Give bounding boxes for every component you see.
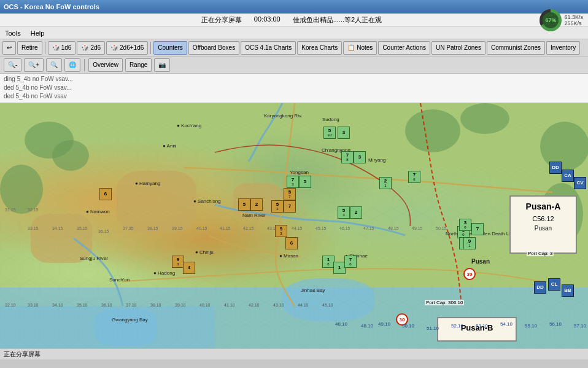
coord-6: 36.15: [98, 229, 109, 233]
bot-coord-13: 44.10: [298, 303, 309, 307]
upload-progress: 67%: [540, 9, 562, 31]
bot-coord-5: 36.10: [101, 303, 112, 307]
bot-coord-11: 42.10: [249, 303, 260, 307]
un-pusan1[interactable]: 30: [459, 219, 471, 231]
navy-3[interactable]: BB: [562, 284, 574, 297]
jinhae-bay: [282, 278, 374, 321]
terrain-w: [0, 165, 43, 214]
2d6plus1d6-button[interactable]: 🎲 2d6+1d6: [106, 41, 148, 55]
zoom-fit-button[interactable]: 🔍: [46, 58, 62, 72]
pusan-a-subtitle: C56.12: [516, 215, 571, 222]
toolbar: ↩ Retire 🎲 1d6 🎲 2d6 🎲 2d6+1d6 Counters …: [0, 39, 588, 57]
un-pusan3[interactable]: 91: [463, 237, 476, 249]
communist-zones-button[interactable]: Communist Zones: [487, 41, 545, 55]
2d6-button[interactable]: 🎲 2d6: [77, 41, 105, 55]
port-cap-2: Port Cap: 306.10: [425, 300, 464, 305]
map-area[interactable]: ● Koch'ang ● Anni ● Hamyang ● Namwon ● S…: [0, 103, 588, 348]
korea-charts-label: Korea Charts: [301, 44, 338, 51]
navy-e2[interactable]: CA: [562, 170, 574, 182]
un-masan2[interactable]: 1: [333, 262, 346, 274]
communist-zones-label: Communist Zones: [491, 44, 541, 51]
navy-1[interactable]: DD: [534, 281, 546, 294]
un-c-front1[interactable]: 53: [338, 206, 350, 219]
un-pusan2[interactable]: 7: [471, 223, 484, 235]
retire-button[interactable]: Retire: [17, 41, 42, 55]
overview-button[interactable]: Overview: [88, 58, 123, 72]
pusan-a-box: Pusan-A C56.12 Pusan: [509, 195, 577, 254]
range-button[interactable]: Range: [125, 58, 152, 72]
counters-button[interactable]: Counters: [153, 41, 187, 55]
coord-8: 38.15: [147, 226, 158, 230]
un-patrol-button[interactable]: UN Patrol Zones: [431, 41, 485, 55]
coord-11: 41.15: [220, 226, 231, 230]
nk-chinju2[interactable]: 4: [183, 262, 195, 274]
bot-coord-3: 34.10: [52, 303, 63, 307]
coord-2: 32.15: [28, 208, 39, 212]
menu-help[interactable]: Help: [28, 29, 47, 37]
bot-coord-7: 38.10: [150, 303, 161, 307]
bot-coord-12: 43.10: [273, 303, 284, 307]
coord-7: 37.35: [123, 226, 134, 230]
counter-actions-label: Counter Actions: [382, 44, 426, 51]
coord-14: 44.15: [292, 226, 303, 230]
zoom-in-button[interactable]: 🔍+: [24, 58, 44, 72]
navy-e3[interactable]: CV: [574, 177, 586, 189]
korea-charts-button[interactable]: Korea Charts: [297, 41, 342, 55]
inventory-button[interactable]: Inventory: [546, 41, 580, 55]
1d6-label: 1d6: [61, 44, 72, 51]
nk-c2[interactable]: 2: [250, 198, 263, 211]
title-text: OCS - Korea No FoW controls: [4, 3, 99, 10]
gwangyang-bay: [95, 309, 157, 346]
log-line-2: ded 5_4b no FoW vsav: [4, 92, 584, 101]
nk-counter-4[interactable]: 93: [275, 225, 287, 237]
un-counter-2[interactable]: 3: [338, 127, 350, 139]
navy-2[interactable]: CL: [548, 278, 560, 291]
notes-button[interactable]: 📋 Notes: [343, 41, 377, 55]
nk-c1[interactable]: 5: [238, 198, 250, 211]
globe-button[interactable]: 🌐: [64, 58, 80, 72]
notes-icon: 📋: [347, 44, 355, 51]
coord-16: 46.15: [339, 226, 350, 230]
un-counter-e1[interactable]: 76: [408, 171, 420, 183]
coord-5: 35.15: [77, 226, 88, 230]
nk-counter-1[interactable]: 57: [284, 188, 296, 200]
water-label-6: 52.10: [451, 323, 463, 329]
nk-counter-5[interactable]: 6: [285, 237, 298, 249]
coord-17: 47.15: [363, 226, 374, 230]
un-counter-1[interactable]: 5Inf: [323, 127, 336, 139]
screenshot-button[interactable]: 📷: [154, 58, 170, 72]
menu-tools[interactable]: Tools: [2, 29, 23, 37]
nk-chinju1[interactable]: 93: [172, 256, 184, 268]
coord-19: 49.15: [412, 226, 423, 230]
status-text: 正在分享屏幕: [4, 350, 41, 359]
1d6-button[interactable]: 🎲 1d6: [48, 41, 76, 55]
un-masan1[interactable]: 16: [322, 256, 335, 268]
un-c-front2[interactable]: 2: [350, 206, 362, 219]
un-counter-5[interactable]: 73: [287, 176, 299, 188]
coord-12: 42.15: [243, 226, 254, 230]
un-counter-3[interactable]: 78: [341, 151, 354, 163]
terrain-ne: [405, 109, 460, 152]
undo-button[interactable]: ↩: [2, 41, 16, 55]
un-masan3[interactable]: 76: [344, 256, 357, 268]
un-counter-6[interactable]: 5: [299, 176, 311, 188]
water-label-2: 48.10: [361, 323, 373, 329]
mountain-namwon: [31, 214, 92, 263]
charts-button[interactable]: OCS 4.1a Charts: [241, 41, 296, 55]
port-cap-1: Port Cap: 3: [527, 251, 554, 256]
counter-actions-button[interactable]: Counter Actions: [378, 41, 430, 55]
zoom-out-button[interactable]: 🔍-: [4, 58, 21, 72]
progress-percent: 67%: [543, 12, 559, 28]
nk-counter-2[interactable]: 52: [271, 200, 284, 213]
share-timer: 00:03:00: [254, 15, 280, 25]
un-miryang1[interactable]: 21: [379, 177, 392, 189]
coord-20: 50.15: [436, 226, 447, 230]
pusan-a-desc: Pusan: [516, 225, 571, 232]
nk-west1[interactable]: 6: [99, 188, 112, 200]
navy-e1[interactable]: DD: [549, 162, 562, 174]
coord-18: 48.15: [388, 226, 399, 230]
un-counter-4[interactable]: 3: [354, 151, 366, 163]
offboard-button[interactable]: Offboard Boxes: [188, 41, 239, 55]
nk-counter-3[interactable]: 7: [284, 200, 296, 213]
bot-coord-8: 39.10: [175, 303, 186, 307]
